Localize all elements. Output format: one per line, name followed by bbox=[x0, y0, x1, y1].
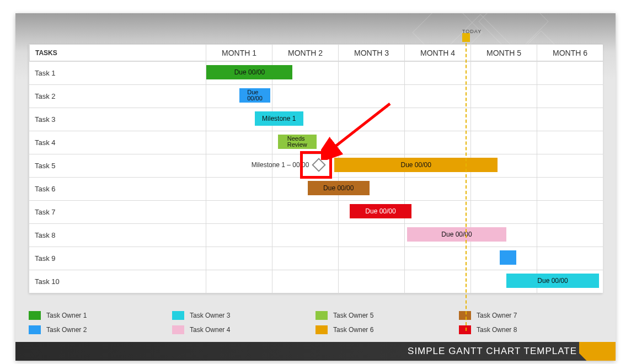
grid-cell bbox=[206, 223, 272, 247]
legend-label: Task Owner 5 bbox=[333, 312, 373, 319]
gantt-container: TASKS MONTH 1MONTH 2MONTH 3MONTH 4MONTH … bbox=[29, 44, 602, 293]
grid-cell bbox=[338, 61, 404, 84]
grid-cell bbox=[404, 108, 470, 131]
legend-item: Task Owner 5 bbox=[316, 311, 459, 320]
grid-cell bbox=[537, 247, 603, 270]
svg-line-0 bbox=[332, 104, 390, 149]
column-header-month-5: MONTH 5 bbox=[470, 45, 537, 61]
column-header-month-1: MONTH 1 bbox=[206, 45, 272, 61]
legend-swatch bbox=[316, 311, 328, 320]
legend-label: Task Owner 4 bbox=[190, 326, 230, 334]
grid-cell bbox=[272, 200, 338, 223]
gantt-bar[interactable]: Milestone 1 bbox=[255, 111, 303, 126]
legend-label: Task Owner 8 bbox=[477, 326, 517, 334]
column-header-month-6: MONTH 6 bbox=[537, 45, 603, 61]
column-header-month-4: MONTH 4 bbox=[404, 45, 470, 61]
grid-cell bbox=[206, 131, 272, 154]
legend-item: Task Owner 1 bbox=[29, 311, 172, 320]
task-row-label: Task 2 bbox=[29, 84, 206, 108]
column-header-tasks: TASKS bbox=[29, 45, 206, 61]
grid-cell bbox=[404, 131, 470, 154]
grid-cell bbox=[272, 223, 338, 247]
task-row-label: Task 10 bbox=[29, 270, 206, 293]
grid-cell bbox=[470, 61, 537, 84]
legend-item: Task Owner 4 bbox=[172, 325, 316, 334]
today-flag-icon bbox=[462, 33, 470, 42]
gantt-bar[interactable] bbox=[500, 250, 516, 265]
grid-cell bbox=[404, 270, 470, 293]
legend-swatch bbox=[459, 311, 471, 320]
grid-cell bbox=[272, 270, 338, 293]
grid-cell bbox=[404, 84, 470, 108]
legend-label: Task Owner 3 bbox=[190, 312, 230, 319]
grid-cell bbox=[404, 177, 470, 200]
grid-cell bbox=[338, 223, 404, 247]
task-row-label: Task 8 bbox=[29, 223, 206, 247]
grid-cell bbox=[470, 200, 537, 223]
legend-item: Task Owner 7 bbox=[459, 311, 602, 320]
legend-item: Task Owner 6 bbox=[316, 325, 459, 334]
grid-cell bbox=[206, 247, 272, 270]
grid-cell bbox=[537, 84, 603, 108]
task-row-label: Task 9 bbox=[29, 247, 206, 270]
gantt-bar[interactable]: Due 00/00 bbox=[308, 181, 370, 195]
column-header-month-3: MONTH 3 bbox=[338, 45, 404, 61]
gantt-bar[interactable]: Due 00/00 bbox=[206, 65, 292, 79]
legend-swatch bbox=[29, 311, 41, 320]
gantt-bar[interactable]: Due00/00 bbox=[239, 88, 270, 103]
legend-label: Task Owner 1 bbox=[46, 312, 87, 319]
grid-cell bbox=[338, 247, 404, 270]
grid-cell bbox=[206, 270, 272, 293]
legend-label: Task Owner 6 bbox=[333, 326, 373, 334]
legend-swatch bbox=[29, 325, 41, 334]
gantt-bar[interactable]: Due 00/00 bbox=[350, 204, 412, 218]
gantt-bar[interactable]: NeedsReview bbox=[278, 135, 317, 149]
annotation-arrow bbox=[321, 99, 398, 160]
grid-cell bbox=[537, 61, 603, 84]
legend-swatch bbox=[316, 325, 328, 334]
column-header-month-2: MONTH 2 bbox=[272, 45, 338, 61]
gantt-bar[interactable]: Due 00/00 bbox=[407, 227, 506, 242]
footer-title: SIMPLE GANTT CHART TEMPLATE bbox=[408, 346, 577, 357]
footer-bar: SIMPLE GANTT CHART TEMPLATE bbox=[15, 342, 616, 361]
legend: Task Owner 1Task Owner 3Task Owner 5Task… bbox=[29, 311, 602, 334]
task-row-label: Task 3 bbox=[29, 108, 206, 131]
today-marker-flag: TODAY bbox=[462, 29, 482, 34]
task-row-label: Task 4 bbox=[29, 131, 206, 154]
legend-swatch bbox=[172, 311, 184, 320]
legend-item: Task Owner 2 bbox=[29, 325, 172, 334]
grid-cell bbox=[470, 131, 537, 154]
grid-cell bbox=[206, 200, 272, 223]
grid-cell bbox=[537, 223, 603, 247]
grid-cell bbox=[470, 108, 537, 131]
task-row-label: Task 6 bbox=[29, 177, 206, 200]
task-row-label: Task 1 bbox=[29, 61, 206, 84]
grid-cell bbox=[470, 177, 537, 200]
grid-cell bbox=[470, 84, 537, 108]
legend-item: Task Owner 8 bbox=[459, 325, 602, 334]
footer-accent-shape bbox=[579, 342, 616, 361]
gantt-bar[interactable]: Due 00/00 bbox=[506, 274, 599, 288]
legend-item: Task Owner 3 bbox=[172, 311, 316, 320]
task-row-label: Task 7 bbox=[29, 200, 206, 223]
legend-swatch bbox=[172, 325, 184, 334]
grid-cell bbox=[272, 247, 338, 270]
grid-cell bbox=[537, 154, 603, 177]
grid-cell bbox=[537, 177, 603, 200]
grid-cell bbox=[537, 200, 603, 223]
legend-label: Task Owner 2 bbox=[46, 326, 87, 334]
grid-cell bbox=[404, 61, 470, 84]
grid-cell bbox=[404, 200, 470, 223]
legend-swatch bbox=[459, 325, 471, 334]
task-row-label: Task 5 bbox=[29, 154, 206, 177]
grid-cell bbox=[338, 270, 404, 293]
grid-cell bbox=[404, 247, 470, 270]
grid-cell bbox=[206, 177, 272, 200]
grid-cell bbox=[537, 108, 603, 131]
legend-label: Task Owner 7 bbox=[477, 312, 517, 319]
grid-cell bbox=[537, 131, 603, 154]
slide-stage: TODAY TASKS MONTH 1MONTH 2MONTH 3MONTH 4… bbox=[0, 0, 631, 364]
